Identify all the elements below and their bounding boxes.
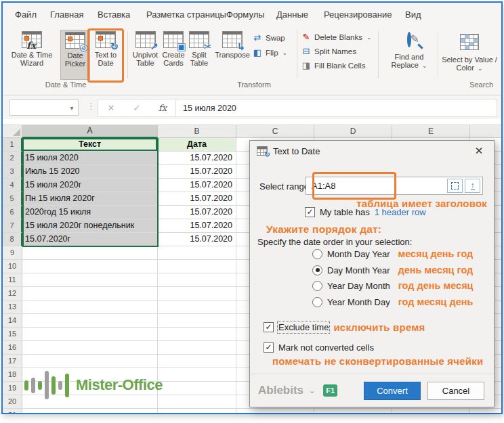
row-header-9[interactable]: 9	[3, 246, 22, 260]
cell-B16[interactable]	[158, 341, 236, 355]
cell-B9[interactable]	[158, 246, 236, 260]
create-cards-button[interactable]: ▣ Create Cards	[161, 30, 186, 80]
cell-B8[interactable]: 15.07.2020	[158, 233, 236, 246]
radio-circle[interactable]	[312, 297, 322, 307]
select-by-value-color-button[interactable]: Select by Value / Color ⌄	[440, 30, 499, 80]
mark-cells-checkbox[interactable]: ✓	[264, 342, 274, 353]
row-header-3[interactable]: 3	[3, 165, 22, 179]
cell-B17[interactable]	[158, 355, 236, 368]
cell-A1[interactable]: Текст	[22, 138, 158, 152]
split-names-button[interactable]: ⊟ Split Names	[301, 45, 356, 58]
cell-A11[interactable]	[22, 273, 158, 287]
help-f1-badge[interactable]: F1	[323, 384, 337, 397]
flip-button[interactable]: ◧ Flip ⌄	[252, 46, 287, 59]
ribbon-tab-2[interactable]: Вставка	[98, 7, 130, 23]
cell-F21[interactable]	[470, 409, 501, 413]
mark-cells-row[interactable]: ✓ Mark not converted cells	[264, 342, 374, 353]
name-box-input[interactable]	[10, 102, 66, 113]
cell-A7[interactable]: 15 июля 2020г понедельник	[22, 219, 158, 233]
cell-A21[interactable]	[22, 409, 158, 413]
radio-circle[interactable]	[312, 265, 322, 275]
row-header-2[interactable]: 2	[3, 152, 22, 165]
header-row-link[interactable]: 1 header row	[375, 207, 426, 217]
exclude-time-checkbox[interactable]: ✓	[264, 322, 274, 332]
cell-A6[interactable]: 2020год 15 июля	[22, 206, 158, 219]
cancel-entry-icon[interactable]: ✕	[98, 103, 124, 113]
cell-A16[interactable]	[22, 341, 158, 355]
row-header-16[interactable]: 16	[3, 341, 22, 355]
cell-B2[interactable]: 15.07.2020	[158, 152, 236, 165]
formula-value[interactable]: 15 июля 2020	[183, 104, 236, 113]
cell-B15[interactable]	[158, 328, 236, 341]
select-all-corner[interactable]	[3, 125, 22, 138]
row-header-13[interactable]: 13	[3, 300, 22, 314]
row-header-11[interactable]: 11	[3, 273, 22, 287]
select-range-field[interactable]: ↑	[306, 177, 483, 195]
column-header-A[interactable]: A	[22, 125, 158, 138]
text-to-date-button[interactable]: ↻ Text to Date	[91, 30, 121, 80]
cell-A5[interactable]: Пн 15 июля 2020г	[22, 192, 158, 206]
convert-button[interactable]: Convert	[364, 382, 421, 400]
exclude-time-row[interactable]: ✓ Exclude time исключить время	[264, 321, 425, 333]
ribbon-tab-6[interactable]: Рецензирование	[324, 7, 392, 23]
cell-A2[interactable]: 15 июля 2020	[22, 152, 158, 165]
cell-B19[interactable]	[158, 382, 236, 395]
delete-blanks-button[interactable]: ✎ Delete Blanks ⌄	[301, 30, 372, 43]
collapse-dialog-icon[interactable]: ↑	[465, 179, 480, 193]
row-header-18[interactable]: 18	[3, 368, 22, 382]
radio-circle[interactable]	[312, 249, 322, 259]
row-header-20[interactable]: 20	[3, 395, 22, 409]
ablebits-menu[interactable]: Ablebits⌄	[258, 384, 315, 397]
select-range-picker-icon[interactable]	[447, 179, 463, 193]
date-order-radio-2[interactable]: Year Day Monthгод день месяц	[312, 280, 474, 292]
cell-B3[interactable]: 15.07.2020	[158, 165, 236, 179]
cell-A17[interactable]	[22, 355, 158, 368]
cell-B11[interactable]	[158, 273, 236, 287]
row-header-14[interactable]: 14	[3, 314, 22, 328]
cell-A12[interactable]	[22, 287, 158, 300]
cell-B4[interactable]: 15.07.2020	[158, 179, 236, 192]
cancel-button[interactable]: Cancel	[427, 382, 484, 400]
row-header-8[interactable]: 8	[3, 233, 22, 246]
header-row-checkbox-row[interactable]: ✓ My table has 1 header row	[305, 207, 426, 217]
cell-A4[interactable]: 15 июля 2020г	[22, 179, 158, 192]
ribbon-tab-7[interactable]: Вид	[405, 7, 421, 23]
row-header-5[interactable]: 5	[3, 192, 22, 206]
ribbon-tab-4[interactable]: Формулы	[226, 7, 265, 23]
cell-B5[interactable]: 15.07.2020	[158, 192, 236, 206]
name-box[interactable]: ▾	[9, 99, 79, 116]
ribbon-tab-3[interactable]: Разметка страницы	[146, 7, 226, 23]
cell-B21[interactable]	[158, 409, 236, 413]
cell-B13[interactable]	[158, 300, 236, 314]
cell-E21[interactable]	[392, 409, 470, 413]
cell-A13[interactable]	[22, 300, 158, 314]
header-row-checkbox[interactable]: ✓	[305, 207, 315, 217]
find-and-replace-button[interactable]: ✎ Find and Replace ⌄	[382, 30, 436, 80]
split-table-button[interactable]: ✂ Split Table	[186, 30, 212, 80]
cell-B20[interactable]	[158, 395, 236, 409]
date-order-radio-3[interactable]: Year Month Dayгод месяц день	[312, 296, 474, 308]
cell-A10[interactable]	[22, 260, 158, 273]
ribbon-tab-0[interactable]: Файл	[15, 7, 37, 23]
date-picker-button[interactable]: ◎ Date Picker	[60, 30, 90, 80]
radio-circle[interactable]	[312, 281, 322, 291]
cell-A9[interactable]	[22, 246, 158, 260]
cell-A3[interactable]: Июль 15 2020	[22, 165, 158, 179]
row-header-19[interactable]: 19	[3, 382, 22, 395]
ribbon-tab-5[interactable]: Данные	[276, 7, 308, 23]
date-time-wizard-button[interactable]: fx Date & Time Wizard	[4, 30, 60, 80]
cell-A8[interactable]: 15.07.2020г	[22, 233, 158, 246]
row-header-6[interactable]: 6	[3, 206, 22, 219]
cell-B12[interactable]	[158, 287, 236, 300]
column-header-D[interactable]: D	[314, 125, 392, 138]
cell-D21[interactable]	[314, 409, 392, 413]
transpose-button[interactable]: ↳ Transpose	[213, 30, 252, 80]
column-header-C[interactable]: C	[236, 125, 314, 138]
row-header-21[interactable]: 21	[3, 409, 22, 413]
confirm-entry-icon[interactable]: ✓	[124, 103, 150, 113]
row-header-10[interactable]: 10	[3, 260, 22, 273]
cell-A14[interactable]	[22, 314, 158, 328]
date-order-radio-0[interactable]: Month Day Yearмесяц день год	[312, 248, 473, 260]
cell-C21[interactable]	[236, 409, 314, 413]
date-order-radio-1[interactable]: Day Month Yearдень месяц год	[312, 264, 473, 276]
